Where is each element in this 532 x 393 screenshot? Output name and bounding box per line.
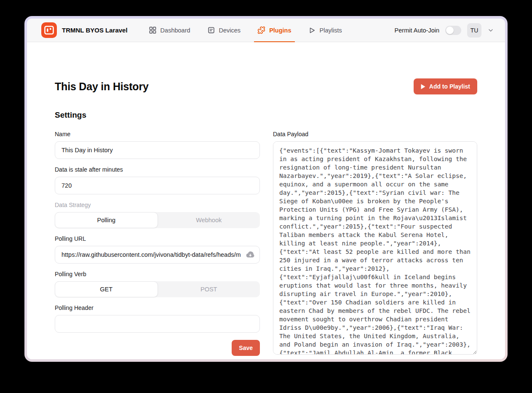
trmnl-logo-icon (41, 22, 57, 38)
segment-post[interactable]: POST (158, 281, 260, 297)
nav-item-label: Dashboard (160, 27, 190, 34)
brand-name: TRMNL BYOS Laravel (62, 27, 128, 34)
chevron-down-icon[interactable] (487, 27, 494, 34)
polling-header-input[interactable] (55, 315, 260, 333)
nav-item-label: Plugins (269, 27, 291, 34)
data-payload-group: Data Payload {"events":[{"text":"Kassym-… (273, 131, 477, 356)
permit-auto-join-label: Permit Auto-Join (395, 27, 439, 34)
page-title: This Day in History (55, 81, 149, 93)
stale-label: Data is stale after minutes (55, 166, 260, 173)
nav-item-plugins[interactable]: Plugins (257, 19, 292, 42)
grid-icon (149, 26, 157, 34)
permit-auto-join-toggle[interactable] (445, 26, 461, 35)
nav-right: Permit Auto-Join TU (395, 19, 494, 42)
play-icon (308, 27, 316, 34)
data-strategy-label: Data Strategy (55, 202, 260, 208)
brand: TRMNL BYOS Laravel (41, 19, 128, 42)
title-row: This Day in History Add to Playlist (55, 78, 477, 94)
puzzle-icon (257, 26, 265, 34)
polling-header-group: Polling Header (55, 304, 260, 333)
segment-get[interactable]: GET (55, 281, 158, 297)
stale-minutes-input[interactable] (55, 177, 260, 194)
polling-header-label: Polling Header (55, 304, 260, 311)
data-payload-label: Data Payload (273, 131, 477, 137)
stale-field-group: Data is stale after minutes (55, 166, 260, 194)
data-strategy-group: Data Strategy Polling Webhook (55, 202, 260, 228)
polling-url-label: Polling URL (55, 235, 260, 242)
add-to-playlist-button[interactable]: Add to Playlist (414, 78, 477, 94)
name-field-group: Name (55, 131, 260, 159)
toggle-knob (446, 27, 454, 34)
polling-verb-group: Polling Verb GET POST (55, 271, 260, 297)
nav-item-label: Playlists (320, 27, 342, 34)
polling-verb-segmented-control: GET POST (55, 281, 260, 297)
nav-item-dashboard[interactable]: Dashboard (148, 19, 191, 42)
devices-icon (207, 26, 215, 34)
form-right-column: Data Payload {"events":[{"text":"Kassym-… (273, 131, 477, 359)
add-to-playlist-label: Add to Playlist (429, 83, 470, 90)
polling-url-group: Polling URL (55, 235, 260, 264)
nav-item-playlists[interactable]: Playlists (307, 19, 343, 42)
polling-url-input[interactable] (55, 246, 260, 264)
save-row: Save (55, 340, 260, 356)
top-navbar: TRMNL BYOS Laravel Dashboard (27, 19, 505, 42)
play-icon (421, 84, 425, 89)
data-payload-textarea[interactable]: {"events":[{"text":"Kassym-Jomart Tokaye… (273, 141, 477, 355)
name-input[interactable] (55, 141, 260, 159)
settings-form: Name Data is stale after minutes Data St… (55, 131, 477, 359)
app-window: TRMNL BYOS Laravel Dashboard (27, 19, 505, 359)
user-avatar[interactable]: TU (467, 23, 481, 38)
nav-item-label: Devices (219, 27, 241, 34)
save-button[interactable]: Save (232, 340, 260, 356)
cloud-download-icon[interactable] (246, 250, 255, 259)
polling-verb-label: Polling Verb (55, 271, 260, 277)
nav-menu: Dashboard Devices (148, 19, 343, 42)
name-label: Name (55, 131, 260, 137)
nav-item-devices[interactable]: Devices (206, 19, 242, 42)
data-strategy-segmented-control: Polling Webhook (55, 212, 260, 228)
settings-heading: Settings (55, 110, 477, 120)
app-window-frame: TRMNL BYOS Laravel Dashboard (24, 16, 508, 362)
main-content: This Day in History Add to Playlist Sett… (27, 42, 505, 359)
form-left-column: Name Data is stale after minutes Data St… (55, 131, 260, 359)
polling-url-wrap (55, 246, 260, 264)
segment-webhook[interactable]: Webhook (158, 212, 260, 228)
segment-polling[interactable]: Polling (55, 212, 158, 228)
